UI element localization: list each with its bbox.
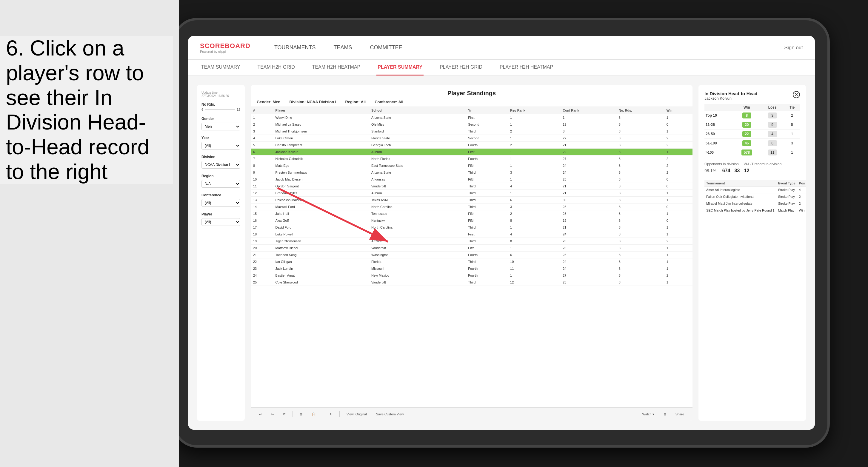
- table-row[interactable]: 9 Preston Summerhays Arizona State Third…: [251, 169, 692, 176]
- cell-rds: 8: [616, 197, 664, 204]
- player-select[interactable]: (All): [202, 218, 240, 226]
- cell-player: Tiger Christensen: [273, 238, 369, 245]
- tournaments-header-row: Tournament Event Type Pos Score: [705, 180, 806, 187]
- table-row[interactable]: 10 Jacob Mac Diesen Arkansas Fifth 1 25 …: [251, 176, 692, 183]
- col-event-type: Event Type: [776, 180, 797, 187]
- save-custom-btn[interactable]: Save Custom View: [374, 411, 406, 417]
- refresh-btn[interactable]: ↻: [328, 411, 335, 417]
- cell-reg: 10: [508, 258, 560, 265]
- cell-school: Auburn: [369, 149, 466, 155]
- forward-btn[interactable]: ⟳: [281, 411, 288, 417]
- cell-win: 2: [664, 162, 692, 169]
- h2h-cell-tie: 3: [784, 139, 800, 148]
- player-table-body: 1 Wenyi Ding Arizona State First 1 1 8 1…: [251, 114, 692, 286]
- h2h-cell-win: 22: [733, 129, 761, 139]
- table-row[interactable]: 5 Christo Lamprecht Georgia Tech Fourth …: [251, 142, 692, 149]
- table-row[interactable]: 2 Michael La Sasso Ole Miss Second 1 19 …: [251, 121, 692, 128]
- h2h-table-body: Top 10 8 3 2 11-25 20 9 5 26-50 22 4 1 5…: [705, 111, 800, 157]
- table-row[interactable]: 3 Michael Thorbjornsen Stanford Third 2 …: [251, 128, 692, 135]
- cell-tourn-name: Amer Ari Intercollegiate: [705, 187, 776, 193]
- tab-player-summary[interactable]: PLAYER SUMMARY: [376, 60, 424, 75]
- table-row[interactable]: 19 Tiger Christensen Arizona Third 8 23 …: [251, 238, 692, 245]
- division-select[interactable]: NCAA Division I: [202, 161, 240, 168]
- nav-tournaments[interactable]: TOURNAMENTS: [274, 42, 316, 53]
- tab-player-h2h-grid[interactable]: PLAYER H2H GRID: [438, 60, 484, 75]
- cell-yr: Fifth: [466, 176, 508, 183]
- watch-btn[interactable]: Watch ▾: [640, 411, 657, 417]
- filter-conference: Conference: All: [375, 100, 403, 104]
- h2h-cell-tie: 5: [784, 120, 800, 129]
- undo-btn[interactable]: ↩: [257, 411, 264, 417]
- paste-btn[interactable]: 📋: [309, 411, 318, 417]
- cell-rds: 8: [616, 149, 664, 155]
- cell-school: Tennessee: [369, 210, 466, 217]
- table-row[interactable]: 24 Bastien Amat New Mexico Fourth 1 27 8…: [251, 272, 692, 279]
- copy-btn[interactable]: ⊞: [297, 411, 305, 417]
- tab-team-h2h-grid[interactable]: TEAM H2H GRID: [256, 60, 296, 75]
- table-row[interactable]: 1 Wenyi Ding Arizona State First 1 1 8 1: [251, 114, 692, 121]
- table-row[interactable]: 8 Mats Ege East Tennessee State Fifth 1 …: [251, 162, 692, 169]
- table-row[interactable]: 14 Maxwell Ford North Carolina Third 3 2…: [251, 204, 692, 210]
- cell-num: 9: [251, 169, 273, 176]
- layout-btn[interactable]: ⊞: [661, 411, 669, 417]
- table-row[interactable]: 13 Phichaksn Maichon Texas A&M Third 6 3…: [251, 197, 692, 204]
- cell-rds: 8: [616, 169, 664, 176]
- table-row[interactable]: 25 Cole Sherwood Vanderbilt Third 12 23 …: [251, 279, 692, 286]
- no-rds-section: No Rds. 6 12: [202, 102, 240, 111]
- cell-conf: 23: [560, 279, 616, 286]
- table-row[interactable]: 6 Jackson Koivun Auburn First 1 22 8 1: [251, 149, 692, 155]
- sub-nav: TEAM SUMMARY TEAM H2H GRID TEAM H2H HEAT…: [188, 60, 815, 76]
- cell-player: Gordon Sargent: [273, 183, 369, 190]
- close-h2h-button[interactable]: ✕: [793, 91, 800, 98]
- col-pos: Pos: [797, 180, 806, 187]
- h2h-table: Win Loss Tie Top 10 8 3 2 11-25 20 9 5 2…: [705, 104, 800, 157]
- tab-team-h2h-heatmap[interactable]: TEAM H2H HEATMAP: [311, 60, 362, 75]
- table-row[interactable]: 12 Brendan Valles Auburn Third 1 21 8 1: [251, 190, 692, 197]
- cell-yr: Fifth: [466, 162, 508, 169]
- cell-school: Arizona State: [369, 169, 466, 176]
- table-row[interactable]: 21 Taehoon Song Washington Fourth 6 23 8…: [251, 252, 692, 258]
- cell-player: Jackson Koivun: [273, 149, 369, 155]
- conference-select[interactable]: (All): [202, 199, 240, 207]
- table-row[interactable]: 16 Alex Goff Kentucky Fifth 8 19 8 0: [251, 217, 692, 224]
- tab-team-summary[interactable]: TEAM SUMMARY: [200, 60, 241, 75]
- h2h-row: 26-50 22 4 1: [705, 129, 800, 139]
- slider-track[interactable]: [205, 109, 235, 110]
- table-row[interactable]: 4 Luke Claton Florida State Second 1 27 …: [251, 135, 692, 142]
- nav-teams[interactable]: TEAMS: [334, 42, 352, 53]
- table-row[interactable]: 15 Jake Hall Tennessee Fifth 2 28 8 1: [251, 210, 692, 217]
- cell-yr: Fourth: [466, 252, 508, 258]
- share-btn[interactable]: Share: [673, 411, 686, 417]
- h2h-cell-loss: 4: [761, 129, 784, 139]
- cell-tourn-type: Stroke Play: [776, 193, 797, 200]
- cell-reg: 2: [508, 128, 560, 135]
- cell-yr: Third: [466, 190, 508, 197]
- region-select[interactable]: N/A: [202, 180, 240, 188]
- cell-num: 22: [251, 258, 273, 265]
- sign-out-button[interactable]: Sign out: [784, 45, 803, 51]
- table-row[interactable]: 23 Jack Lundin Missouri Fourth 11 24 8 1: [251, 265, 692, 272]
- redo-btn[interactable]: ↪: [269, 411, 276, 417]
- h2h-cell-win: 20: [733, 120, 761, 129]
- tab-player-h2h-heatmap[interactable]: PLAYER H2H HEATMAP: [498, 60, 554, 75]
- table-row[interactable]: 22 Ian Gilligan Florida Third 10 24 8 1: [251, 258, 692, 265]
- h2h-percentage: 98.1%: [705, 168, 716, 173]
- table-row[interactable]: 17 David Ford North Carolina Third 1 21 …: [251, 224, 692, 231]
- view-original-btn[interactable]: View: Original: [344, 411, 369, 417]
- cell-conf: 21: [560, 142, 616, 149]
- cell-conf: 24: [560, 162, 616, 169]
- cell-num: 18: [251, 231, 273, 238]
- cell-num: 19: [251, 238, 273, 245]
- year-select[interactable]: (All): [202, 142, 240, 150]
- gender-select[interactable]: Men Women: [202, 123, 240, 130]
- cell-player: Mats Ege: [273, 162, 369, 169]
- nav-committee[interactable]: COMMITTEE: [370, 42, 402, 53]
- h2h-cell-tie: 1: [784, 148, 800, 157]
- cell-num: 3: [251, 128, 273, 135]
- table-row[interactable]: 20 Matthew Riedel Vanderbilt Fifth 1 23 …: [251, 245, 692, 252]
- table-row[interactable]: 7 Nicholas Gabrelcik North Florida Fourt…: [251, 155, 692, 162]
- table-row[interactable]: 11 Gordon Sargent Vanderbilt Third 4 21 …: [251, 183, 692, 190]
- cell-conf: 24: [560, 169, 616, 176]
- table-row[interactable]: 18 Luke Powell UCLA First 4 24 8 1: [251, 231, 692, 238]
- cell-win: 1: [664, 114, 692, 121]
